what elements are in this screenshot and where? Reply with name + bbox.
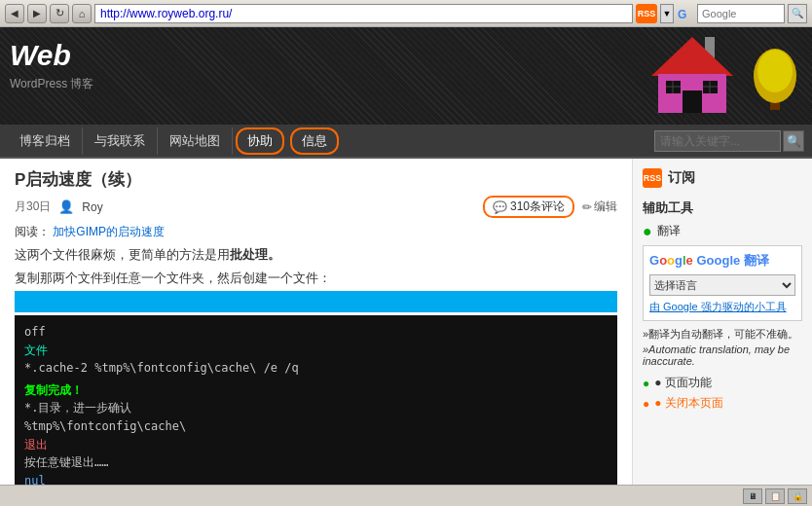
- nav-item-sitemap[interactable]: 网站地图: [158, 127, 233, 155]
- close-page[interactable]: ● ● 关闭本页面: [643, 395, 802, 412]
- green-bullet-translate: ●: [643, 226, 652, 237]
- post-intro: 这两个文件很麻烦，更简单的方法是用批处理。: [15, 246, 617, 264]
- nav-item-help[interactable]: 协助: [236, 127, 284, 155]
- post-body: 复制那两个文件到任意一个文件夹，然后创建一个文件：: [15, 270, 617, 287]
- site-title: Web: [10, 39, 71, 72]
- comments-count: 310条评论: [510, 199, 565, 215]
- translate-select[interactable]: 选择语言: [649, 274, 795, 296]
- feed-dropdown[interactable]: ▼: [660, 4, 674, 23]
- site-navigation: 博客归档 与我联系 网站地图 协助 信息 🔍: [0, 125, 812, 159]
- read-more-line: 阅读： 加快GIMP的启动速度: [15, 224, 617, 240]
- google-logo-small: G: [677, 5, 694, 22]
- comment-icon: 💬: [493, 200, 507, 214]
- browser-search-input[interactable]: [697, 4, 785, 23]
- edit-label: 编辑: [594, 199, 617, 215]
- code-line-8: 退出: [24, 436, 608, 454]
- house-illustration: [646, 32, 739, 118]
- edit-link[interactable]: ✏ 编辑: [582, 199, 617, 215]
- translate-bullet: ● 翻译: [643, 223, 802, 239]
- translate-note-1: »翻译为自动翻译，可能不准确。: [643, 327, 802, 342]
- browser-toolbar: ◀ ▶ ↻ ⌂ RSS ▼ G 🔍: [0, 0, 812, 27]
- nav-search-button[interactable]: 🔍: [783, 130, 804, 152]
- post-date: 月30日: [15, 199, 51, 215]
- refresh-button[interactable]: ↻: [50, 4, 69, 23]
- tools-title: 辅助工具: [643, 199, 802, 217]
- code-line-9: 按任意键退出……: [24, 453, 608, 472]
- nav-search-input[interactable]: [654, 130, 781, 152]
- status-icon-monitor: 🖥: [743, 488, 762, 504]
- orange-bullet-closepage: ●: [643, 397, 649, 411]
- code-line-5: 复制完成！: [24, 381, 608, 400]
- code-line-1: off: [24, 323, 608, 342]
- subscribe-section: RSS 订阅: [643, 168, 802, 188]
- green-bullet-pagefuncs: ●: [643, 377, 649, 390]
- site-subtitle: WordPress 博客: [10, 76, 93, 92]
- code-line-6: *.目录，进一步确认: [24, 399, 608, 417]
- code-line-2: 文件: [24, 342, 608, 360]
- back-button[interactable]: ◀: [5, 4, 24, 23]
- main-layout: P启动速度（续） 月30日 👤 Roy 💬 310条评论 ✏ 编辑 阅读： 加快…: [0, 159, 812, 485]
- code-line-7: %tmp%\fontconfig\cache\: [24, 417, 608, 436]
- rss-feed-icon[interactable]: RSS: [636, 4, 657, 23]
- browser-search-button[interactable]: 🔍: [788, 4, 807, 23]
- blue-highlight-bar: [15, 291, 617, 312]
- forward-button[interactable]: ▶: [27, 4, 47, 23]
- svg-rect-6: [683, 90, 702, 113]
- home-button[interactable]: ⌂: [72, 4, 92, 23]
- address-bar[interactable]: [94, 4, 633, 23]
- subscribe-label: 订阅: [668, 169, 695, 187]
- google-powered-link[interactable]: 由 Google 强力驱动的小工具: [649, 300, 795, 314]
- translate-note-2: »Automatic translation, may be inaccurat…: [643, 343, 802, 367]
- svg-text:G: G: [678, 8, 686, 21]
- nav-item-contact[interactable]: 与我联系: [83, 127, 158, 155]
- status-icon-list: 📋: [765, 488, 785, 504]
- code-line-3: *.cache-2 %tmp%\fontconfig\cache\ /e /q: [24, 359, 608, 378]
- google-translate-box: Google Google 翻译 选择语言 由 Google 强力驱动的小工具: [643, 245, 802, 321]
- edit-icon: ✏: [582, 200, 592, 214]
- nav-search-wrapper: 🔍: [654, 130, 804, 152]
- status-bar: 🖥 📋 🔒: [0, 485, 812, 506]
- comments-bubble[interactable]: 💬 310条评论: [483, 196, 574, 218]
- post-title: P启动速度（续）: [15, 168, 617, 191]
- author-icon: 👤: [58, 199, 74, 214]
- nav-item-blog-archive[interactable]: 博客归档: [8, 127, 83, 155]
- site-header: Web WordPress 博客: [0, 27, 812, 125]
- svg-point-13: [757, 50, 793, 92]
- post-meta: 月30日 👤 Roy 💬 310条评论 ✏ 编辑: [15, 196, 617, 218]
- rss-icon[interactable]: RSS: [643, 168, 662, 188]
- code-block: off 文件 *.cache-2 %tmp%\fontconfig\cache\…: [15, 315, 617, 485]
- svg-marker-2: [651, 37, 733, 76]
- status-icon-lock: 🔒: [788, 488, 807, 504]
- content-area: P启动速度（续） 月30日 👤 Roy 💬 310条评论 ✏ 编辑 阅读： 加快…: [0, 159, 632, 485]
- tools-section: 辅助工具 ● 翻译 Google Google 翻译 选择语言 由 Google…: [643, 199, 802, 412]
- tree-illustration: [748, 42, 804, 112]
- code-line-10: nul: [24, 472, 608, 485]
- google-translate-label: Google Google 翻译: [649, 252, 795, 270]
- sidebar: RSS 订阅 辅助工具 ● 翻译 Google Google 翻译 选择语言: [632, 159, 812, 485]
- read-more-link[interactable]: 加快GIMP的启动速度: [53, 225, 165, 238]
- page-functions: ● ● 页面功能: [643, 375, 802, 391]
- post-author: Roy: [82, 200, 102, 214]
- nav-item-info[interactable]: 信息: [290, 127, 339, 155]
